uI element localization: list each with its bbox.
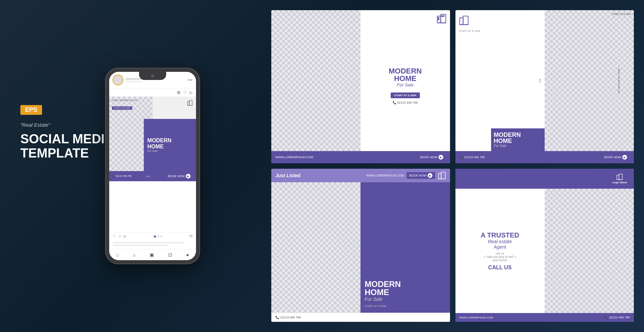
card3-title2: HOME [365,288,446,296]
card4-title2: Real estate [488,239,512,244]
card2-logo [459,15,541,27]
card3-logo-icon [438,171,446,180]
card3-left [271,182,360,313]
card4-title1: A TRUSTED [481,231,519,239]
book-now-arrow: ▶ [186,174,191,179]
phone-post-title: MODERN HOME [147,138,193,149]
card4-header: Logo Name [455,169,634,189]
card4-call-us: CALL US [488,265,512,271]
card1-book-now[interactable]: BOOK NOW ▶ [417,154,446,161]
card3-just-listed: Just Listed [275,173,300,178]
card4-website: WWW.LOREMIPSUM.COM [460,316,493,319]
card3-bottom: 📞 62123 456 789 [271,313,450,322]
card4-chevron-right: > [514,255,516,258]
svg-rect-8 [442,16,443,17]
card4-subtitle2: help you buy or sell [487,255,513,258]
phone-nav: ⌂ ⌕ ▣ ⊡ ● [109,249,196,260]
card1-price-btn: START AT $ 100K [391,91,420,98]
phone-post-sub: For Sale [147,149,193,152]
insta-dots: ••• [188,77,193,83]
card1-title-line2: HOME [389,75,422,82]
card4-phone: 62123 456 789 [609,316,630,319]
phone-actions: ♡ ○ ▷ ⊓ [109,232,196,240]
card4-chevron-left: < [484,255,485,258]
add-icon[interactable]: ⊞ [177,90,180,95]
card2-left: START AT $ 100K << MODERN HOME For Sale [455,10,545,151]
home-nav-icon[interactable]: ⌂ [116,252,119,257]
card4-right [545,189,634,313]
card2-start-label: START AT $ 100K [459,29,541,33]
card1-phone-label: 📞 62123 456 789 [393,101,418,104]
card4-bottom: WWW.LOREMIPSUM.COM 📞 62123 456 789 [455,313,634,322]
card4-title3: Agent [494,244,506,250]
card1-text: MODERN HOME For Sale [389,67,422,87]
svg-rect-0 [188,102,189,106]
card1-bottom: WWW.LOREMIPSUM.COM BOOK NOW ▶ [271,151,450,163]
phone-notch [139,72,166,80]
insta-top-icons: ⊞ ♡ ▷ [109,88,196,97]
svg-rect-10 [460,18,463,25]
card1-logo [436,14,447,25]
card3-checker [271,182,360,313]
card1-book-arrow: ▶ [438,155,443,160]
eps-badge: EPS [20,105,42,115]
card4-logo-box: Logo Name [609,171,630,186]
card3-start-price: START AT $ 100K [365,305,446,308]
card4-phone-area: 📞 62123 456 789 [604,316,630,319]
template-card-1: MODERN HOME For Sale START AT $ 100K 📞 6… [271,10,450,163]
template-card-3: Just Listed WWW.LOREMIPSUM.COM BOOK NOW … [271,169,450,322]
svg-rect-1 [189,100,192,105]
profile-nav-icon[interactable]: ● [186,252,189,257]
heart-icon[interactable]: ♡ [183,90,187,95]
like-icon[interactable]: ♡ [113,234,116,238]
phone-footer-chevrons: >>> [146,175,150,178]
card1-left [271,10,360,151]
card4-logo-icon [616,173,623,180]
svg-rect-11 [463,16,468,25]
left-panel: EPS "Real Estate" SOCIAL MEDIA POST TEMP… [0,0,265,332]
card2-book-arrow: ▶ [622,155,627,160]
phone-footer-phone: 📞 62123 456 789 [112,175,132,178]
phone-post-website: WWW.LOREMIPSUM.COM [112,99,137,101]
card1-right: MODERN HOME For Sale START AT $ 100K 📞 6… [360,10,450,151]
share-icon[interactable]: ▷ [190,90,193,95]
subtitle-text: "Real Estate" [20,122,50,128]
card2-title-overlay: MODERN HOME For Sale [491,128,545,151]
comment-icon[interactable]: ○ [119,234,121,238]
phone-post-inner: WWW.LOREMIPSUM.COM START AT $ 100K [109,97,196,171]
card2-title2: HOME [494,138,542,144]
reel-nav-icon[interactable]: ▣ [150,252,154,257]
phone-footer-bar: 📞 62123 456 789 >>> BOOK NOW ▶ [109,171,196,181]
phone-screen: ••• ⊞ ♡ ▷ WWW.LOREMIPSUM.C [109,72,196,260]
card2-bottom: 📞 62123 456 789 BOOK NOW ▶ [455,151,634,163]
pagination-dots [154,235,162,237]
template-card-4: Logo Name A TRUSTED Real estate Agent Le… [455,169,634,322]
bookmark-icon[interactable]: ⊓ [190,234,193,238]
send-icon[interactable]: ▷ [124,234,126,238]
card2-book-now[interactable]: BOOK NOW ▶ [601,154,630,161]
template-card-2: START AT $ 100K << MODERN HOME For Sale … [455,10,634,163]
insta-avatar [113,75,123,85]
card3-book-arrow: ▶ [428,173,432,178]
svg-rect-13 [438,173,441,179]
svg-rect-16 [617,175,619,180]
svg-rect-14 [441,172,445,179]
card3-header: Just Listed WWW.LOREMIPSUM.COM BOOK NOW … [271,169,450,182]
card2-title1: MODERN [494,132,542,138]
phone-book-now[interactable]: BOOK NOW ▶ [165,173,193,180]
card2-vertical-web: WWW.LOREMIPSUM.COM [617,68,623,93]
insta-sub-line [125,81,142,82]
bag-nav-icon[interactable]: ⊡ [168,252,172,257]
card1-checker [271,10,360,151]
right-panel: MODERN HOME For Sale START AT $ 100K 📞 6… [265,0,644,332]
search-nav-icon[interactable]: ⌕ [133,252,136,257]
phone-mockup: ••• ⊞ ♡ ▷ WWW.LOREMIPSUM.C [105,68,200,264]
phone-post-card: WWW.LOREMIPSUM.COM START AT $ 100K [109,97,196,232]
card3-phone: 62123 456 789 [280,316,301,319]
card4-logo-name: Logo Name [612,181,627,184]
card3-right: MODERN HOME For Sale START AT $ 100K [360,182,450,313]
card3-header-right: WWW.LOREMIPSUM.COM BOOK NOW ▶ [366,171,446,180]
svg-rect-17 [619,174,623,180]
card3-book-now-header[interactable]: BOOK NOW ▶ [407,172,435,179]
phone-body: ••• ⊞ ♡ ▷ WWW.LOREMIPSUM.C [105,68,200,264]
